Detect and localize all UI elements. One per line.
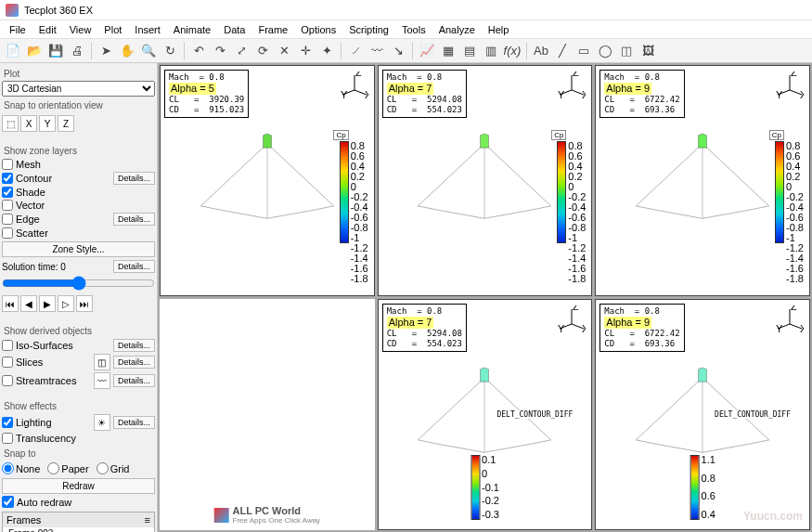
edge-details-button[interactable]: Details... [113, 213, 155, 226]
print-icon[interactable]: 🖨 [68, 42, 86, 60]
menu-analyze[interactable]: Analyze [433, 22, 481, 37]
plot-frame[interactable]: Mach = 0.8 Alpha = 7 CL = 5294.08 CD = 5… [378, 65, 593, 296]
translucency-checkbox[interactable]: Translucency [2, 433, 155, 444]
last-frame-icon[interactable]: ⏭ [76, 295, 93, 312]
image-icon[interactable]: 🖼 [638, 42, 657, 60]
stream-details-button[interactable]: Details... [113, 374, 155, 387]
contour-checkbox[interactable]: Contour [2, 173, 110, 184]
time-slider[interactable] [2, 276, 155, 291]
iso-checkbox[interactable]: Iso-Surfaces [2, 340, 110, 351]
frames-list[interactable]: Frame 003 Frame 002 Frame 003 Frame 002 … [3, 527, 154, 532]
save-icon[interactable]: 💾 [46, 42, 65, 60]
svg-text:X: X [800, 323, 804, 333]
shade-checkbox[interactable]: Shade [2, 187, 155, 198]
plot-type-select[interactable]: 3D Cartesian [2, 81, 155, 97]
color-legend: Cp 0.80.60.40.20-0.2-0.4-0.6-0.8-1-1.2-1… [340, 141, 368, 243]
layers-icon[interactable]: ▤ [460, 42, 479, 60]
snap-y-icon[interactable]: Y [39, 115, 56, 132]
plot-info: Mach = 0.8 Alpha = 9 CL = 6722.42 CD = 6… [599, 70, 684, 118]
snap-grid-radio[interactable]: Grid [97, 462, 130, 474]
menu-data[interactable]: Data [218, 22, 251, 37]
fit-icon[interactable]: ⤢ [232, 42, 251, 60]
zoom-icon[interactable]: 🔍 [139, 42, 158, 60]
text-icon[interactable]: Ab [532, 42, 550, 60]
lighting-tool-icon[interactable]: ☀ [94, 414, 110, 431]
next-frame-icon[interactable]: ▷ [58, 295, 74, 312]
menu-plot[interactable]: Plot [98, 22, 127, 37]
frame-item[interactable]: Frame 003 [3, 527, 154, 532]
play-icon[interactable]: ▶ [39, 295, 56, 312]
menu-scripting[interactable]: Scripting [343, 22, 394, 37]
undo-icon[interactable]: ↶ [189, 42, 208, 60]
vector-checkbox[interactable]: Vector [2, 200, 155, 211]
ellipse-icon[interactable]: ◯ [596, 42, 614, 60]
diff-label: DELT_CONTOUR_DIFF [495, 410, 574, 419]
callout-icon[interactable]: ◫ [617, 42, 636, 60]
line-icon[interactable]: ╱ [553, 42, 572, 60]
lighting-checkbox[interactable]: Lighting [2, 417, 91, 428]
axis-y-icon[interactable]: ✛ [296, 42, 315, 60]
chart-icon[interactable]: 📈 [418, 42, 436, 60]
mesh-checkbox[interactable]: Mesh [2, 159, 155, 170]
edge-checkbox[interactable]: Edge [2, 214, 110, 225]
axis-x-icon[interactable]: ✕ [275, 42, 293, 60]
svg-text:Z: Z [355, 71, 362, 78]
rect-icon[interactable]: ▭ [574, 42, 593, 60]
new-icon[interactable]: 📄 [4, 42, 22, 60]
menu-insert[interactable]: Insert [129, 22, 166, 37]
site-watermark: Yuucn.com [743, 510, 803, 523]
stream-checkbox[interactable]: Streamtraces [2, 375, 91, 386]
effects-title: Show effects [4, 401, 153, 411]
plot-frame[interactable]: Mach = 0.8 Alpha = 7 CL = 5294.08 CD = 5… [378, 299, 593, 530]
menu-edit[interactable]: Edit [33, 22, 62, 37]
plot-frame[interactable]: Mach = 0.8 Alpha = 5 CL = 3920.39 CD = 9… [160, 65, 375, 296]
menu-help[interactable]: Help [483, 22, 515, 37]
grid-icon[interactable]: ▦ [439, 42, 458, 60]
slices-details-button[interactable]: Details... [113, 356, 155, 369]
snap-none-radio[interactable]: None [2, 462, 40, 474]
auto-redraw-checkbox[interactable]: Auto redraw [2, 496, 155, 508]
menu-frame[interactable]: Frame [252, 22, 293, 37]
snap-paper-radio[interactable]: Paper [47, 462, 88, 474]
aircraft-model [620, 111, 786, 249]
menu-tools[interactable]: Tools [396, 22, 432, 37]
scatter-checkbox[interactable]: Scatter [2, 227, 155, 239]
menu-view[interactable]: View [64, 22, 97, 37]
menu-options[interactable]: Options [295, 22, 342, 37]
snap-xy-icon[interactable]: ⬚ [2, 115, 19, 132]
slices-checkbox[interactable]: Slices [2, 357, 91, 368]
refresh-icon[interactable]: ⟳ [253, 42, 272, 60]
plot-info: Mach = 0.8 Alpha = 7 CL = 5294.08 CD = 5… [382, 304, 467, 352]
plot-canvas[interactable]: Mach = 0.8 Alpha = 5 CL = 3920.39 CD = 9… [158, 63, 812, 532]
menu-file[interactable]: File [4, 22, 32, 37]
pointer-icon[interactable]: ➤ [97, 42, 115, 60]
slices-tool-icon[interactable]: ◫ [94, 354, 110, 370]
plot-frame[interactable]: Mach = 0.8 Alpha = 9 CL = 6722.42 CD = 6… [595, 65, 810, 296]
prev-frame-icon[interactable]: ◀ [20, 295, 37, 312]
zone-style-button[interactable]: Zone Style... [2, 241, 155, 257]
stream-tool-icon[interactable]: 〰 [94, 372, 110, 389]
contour-details-button[interactable]: Details... [113, 172, 155, 185]
snap-x-icon[interactable]: X [20, 115, 37, 132]
svg-text:Y: Y [558, 323, 565, 333]
redo-icon[interactable]: ↷ [211, 42, 229, 60]
first-frame-icon[interactable]: ⏮ [2, 295, 19, 312]
plot-frame[interactable]: Mach = 0.8 Alpha = 9 CL = 6722.42 CD = 6… [595, 299, 810, 530]
lighting-details-button[interactable]: Details... [113, 416, 155, 429]
function-icon[interactable]: f(x) [503, 42, 522, 60]
plot-frame[interactable]: ALL PC WorldFree Apps One Click Away [160, 299, 375, 530]
rotate-icon[interactable]: ↻ [161, 42, 179, 60]
redraw-button[interactable]: Redraw [2, 478, 155, 494]
slice-icon[interactable]: ⟋ [346, 42, 365, 60]
solution-details-button[interactable]: Details... [113, 260, 155, 273]
snap-z-icon[interactable]: Z [58, 115, 74, 132]
frames-menu-icon[interactable]: ≡ [145, 514, 150, 526]
histogram-icon[interactable]: ▥ [482, 42, 500, 60]
axis-z-icon[interactable]: ✦ [317, 42, 336, 60]
probe-icon[interactable]: ↘ [389, 42, 407, 60]
open-icon[interactable]: 📂 [25, 42, 44, 60]
curve-icon[interactable]: 〰 [367, 42, 386, 60]
menu-animate[interactable]: Animate [168, 22, 216, 37]
iso-details-button[interactable]: Details... [113, 339, 155, 352]
hand-icon[interactable]: ✋ [118, 42, 136, 60]
